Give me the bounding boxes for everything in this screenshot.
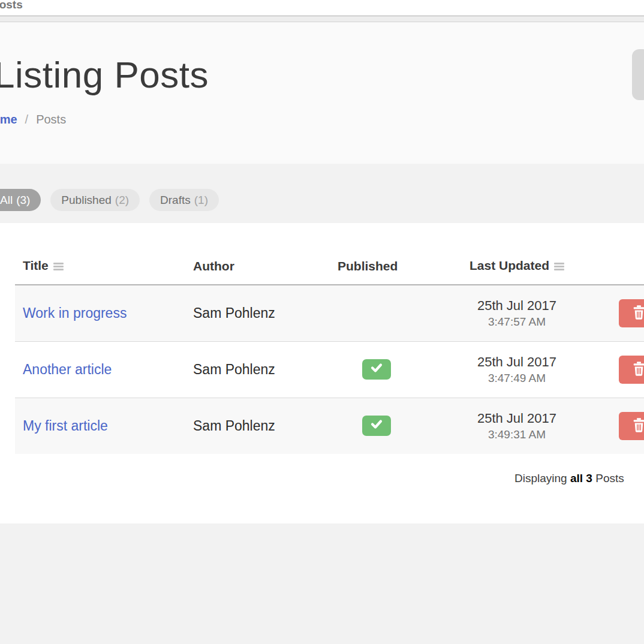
column-header-author: Author (185, 235, 330, 285)
post-title-link[interactable]: Another article (23, 362, 112, 377)
post-date: 25th Jul 2017 (431, 411, 603, 426)
trash-icon (633, 305, 644, 321)
post-title-link[interactable]: My first article (23, 418, 108, 434)
post-date: 25th Jul 2017 (431, 298, 603, 314)
browser-toolbar-strip (0, 16, 644, 22)
scopes-bar: All (3) Published (2) Drafts (1) (0, 164, 644, 223)
published-badge (362, 359, 391, 380)
trash-icon (633, 418, 644, 434)
scope-drafts[interactable]: Drafts (1) (149, 189, 219, 211)
scope-published-label: Published (61, 194, 111, 207)
post-date: 25th Jul 2017 (431, 354, 603, 370)
post-author: Sam Pohlenz (185, 285, 330, 341)
check-icon (369, 417, 384, 435)
table-header-row: Title Author Published Last Updated (15, 235, 644, 285)
scope-drafts-label: Drafts (160, 194, 191, 207)
page-header: Listing Posts Home/Posts (0, 22, 644, 164)
scope-published-count: (2) (115, 194, 129, 207)
column-header-actions (611, 235, 644, 285)
sort-icon[interactable] (554, 259, 564, 273)
trash-icon (633, 362, 644, 378)
table-row: Another article Sam Pohlenz 25th Jul 201… (15, 341, 644, 398)
post-time: 3:49:31 AM (431, 428, 603, 441)
page-footer (0, 523, 644, 644)
sort-icon[interactable] (53, 259, 64, 273)
content-area: Title Author Published Last Updated Work… (0, 223, 644, 523)
scrollbar-thumb[interactable] (632, 49, 644, 100)
column-header-last-updated[interactable]: Last Updated (423, 235, 611, 285)
check-icon (369, 360, 384, 378)
post-time: 3:47:49 AM (431, 372, 603, 385)
published-badge (362, 416, 391, 436)
post-time: 3:47:57 AM (431, 315, 603, 329)
pagination-info: Displaying all 3 Posts (514, 472, 644, 485)
scope-all-label: All (0, 194, 13, 207)
delete-post-button[interactable] (619, 356, 644, 384)
table-row: Work in progress Sam Pohlenz 25th Jul 20… (15, 285, 644, 341)
scope-list: All (3) Published (2) Drafts (1) (0, 189, 644, 211)
column-header-title[interactable]: Title (15, 235, 185, 285)
pagination-count: all 3 (570, 472, 592, 484)
scope-all-count: (3) (16, 194, 30, 207)
scope-published[interactable]: Published (2) (50, 189, 140, 211)
delete-post-button[interactable] (619, 299, 644, 327)
scope-all[interactable]: All (3) (0, 189, 41, 211)
post-title-link[interactable]: Work in progress (23, 305, 127, 321)
post-author: Sam Pohlenz (185, 398, 330, 454)
posts-table: Title Author Published Last Updated Work… (15, 235, 644, 454)
breadcrumb-home-link[interactable]: Home (0, 113, 17, 126)
page-title: Listing Posts (0, 53, 644, 96)
breadcrumb-separator: / (25, 113, 29, 126)
post-author: Sam Pohlenz (185, 341, 330, 398)
browser-tab-bar: Posts (0, 0, 644, 16)
breadcrumb: Home/Posts (0, 113, 644, 127)
delete-post-button[interactable] (619, 412, 644, 440)
column-header-published: Published (330, 235, 423, 285)
browser-tab-title: Posts (0, 0, 23, 11)
scope-drafts-count: (1) (194, 194, 208, 207)
breadcrumb-current: Posts (36, 113, 66, 126)
table-row: My first article Sam Pohlenz 25th Jul 20… (15, 398, 644, 454)
